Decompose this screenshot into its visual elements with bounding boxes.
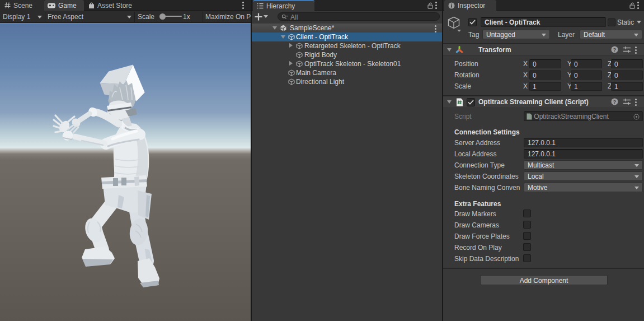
svg-text:?: ? — [613, 99, 617, 105]
svg-text:?: ? — [613, 46, 617, 53]
